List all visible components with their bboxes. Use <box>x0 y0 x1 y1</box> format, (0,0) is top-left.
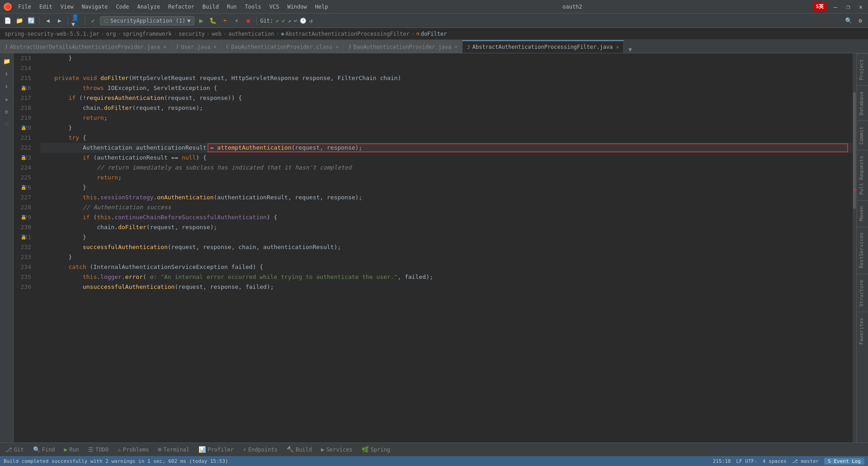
git-push-icon[interactable]: ↗ <box>288 18 291 24</box>
code-line-234: catch (InternalAuthenticationServiceExce… <box>40 262 853 272</box>
menu-analyze[interactable]: Analyze <box>133 2 164 11</box>
line-num-234: 234 <box>14 262 35 272</box>
minimap-indicator <box>854 189 856 191</box>
menu-vcs[interactable]: VCS <box>266 2 283 11</box>
sidebar-pull-requests-label[interactable]: Pull Requests <box>857 150 868 200</box>
lock-216-icon: 🔒 <box>21 83 26 93</box>
sidebar-database-label[interactable]: Database <box>857 85 868 121</box>
sidebar-favorites-icon[interactable]: ♡ <box>1 118 13 130</box>
tab-close-4[interactable]: ✕ <box>616 44 619 50</box>
tab-close-1[interactable]: ✕ <box>213 44 217 50</box>
search-everywhere-button[interactable]: 🔍 <box>844 16 854 26</box>
breadcrumb-springframework[interactable]: springframework <box>123 31 172 37</box>
tab-dao-java[interactable]: J DaoAuthenticationProvider.java ✕ <box>344 40 462 53</box>
undo-button[interactable]: ✔ <box>88 16 98 26</box>
forward-button[interactable]: ▶ <box>55 16 65 26</box>
bottom-run-button[interactable]: ▶ Run <box>62 445 81 454</box>
sidebar-bookmark-icon[interactable]: ★ <box>1 93 13 105</box>
breadcrumb-method[interactable]: doFilter <box>421 31 447 37</box>
maximize-button[interactable]: ❐ <box>844 3 852 10</box>
status-position[interactable]: 215:18 <box>713 458 731 464</box>
tab-abstract-user-details[interactable]: J AbstractUserDetailsAuthenticationProvi… <box>0 40 171 53</box>
coverage-button[interactable]: ☂ <box>220 16 230 26</box>
breadcrumb-authentication[interactable]: authentication <box>228 31 274 37</box>
bottom-find-button[interactable]: 🔍 Find <box>31 445 57 454</box>
window-controls[interactable]: S英 — ❐ ✕ <box>813 2 864 11</box>
run-configuration[interactable]: ⬡ SecurityApplication (1) ▼ <box>100 16 194 25</box>
git-tick-icon[interactable]: ✔ <box>282 18 285 24</box>
sync-button[interactable]: 🔄 <box>26 16 36 26</box>
bottom-spring-button[interactable]: 🌿 Spring <box>360 445 392 454</box>
line-num-226: 226🔒 <box>14 183 35 193</box>
git-history-icon[interactable]: 🕐 <box>300 18 307 24</box>
bottom-problems-button[interactable]: ⚠ Problems <box>116 445 151 454</box>
status-spaces[interactable]: 4 spaces <box>763 458 787 464</box>
menu-run[interactable]: Run <box>223 2 241 11</box>
close-button[interactable]: ✕ <box>857 3 864 10</box>
tab-close-0[interactable]: ✕ <box>163 44 166 50</box>
status-encoding[interactable]: LF UTF- <box>736 458 757 464</box>
new-file-button[interactable]: 📄 <box>3 16 13 26</box>
sidebar-pull-icon[interactable]: ⬇ <box>1 80 13 92</box>
sidebar-maven-label[interactable]: Maven <box>857 200 868 226</box>
menu-code[interactable]: Code <box>113 2 133 11</box>
debug-button[interactable]: 🐛 <box>208 16 218 26</box>
sidebar-project-icon[interactable]: 📁 <box>1 55 13 67</box>
menu-build[interactable]: Build <box>199 2 222 11</box>
breadcrumb-jar[interactable]: spring-security-web-5.5.1.jar <box>5 31 99 37</box>
bottom-profiler-button[interactable]: 📊 Profiler <box>197 445 236 454</box>
menu-navigate[interactable]: Navigate <box>78 2 112 11</box>
breadcrumb-security[interactable]: security <box>179 31 205 37</box>
menu-window[interactable]: Window <box>283 2 310 11</box>
git-revert-icon[interactable]: ↩ <box>294 18 297 24</box>
line-num-219: 219 <box>14 113 35 123</box>
sidebar-project-label[interactable]: Project <box>857 53 868 85</box>
menu-edit[interactable]: Edit <box>36 2 56 11</box>
menu-tools[interactable]: Tools <box>241 2 265 11</box>
scrollbar[interactable] <box>853 53 856 442</box>
menu-file[interactable]: File <box>14 2 35 11</box>
git-rollback-icon[interactable]: ↺ <box>309 18 312 24</box>
tab-close-3[interactable]: ✕ <box>454 44 458 50</box>
git-checkmark-icon[interactable]: ✔ <box>276 18 279 24</box>
bottom-endpoints-button[interactable]: ⚡ Endpoints <box>241 445 279 454</box>
bottom-todo-button[interactable]: ☰ TODO <box>86 445 110 454</box>
tab-dao-class[interactable]: C DaoAuthenticationProvider.class ✕ <box>222 40 344 53</box>
menu-refactor[interactable]: Refactor <box>165 2 198 11</box>
vcs-user-button[interactable]: 👤▼ <box>71 16 81 26</box>
menu-bar[interactable]: File Edit View Navigate Code Analyze Ref… <box>14 2 332 11</box>
tabs-more-button[interactable]: ▼ <box>626 46 635 53</box>
bottom-build-button[interactable]: 🔨 Build <box>285 445 314 454</box>
tab-user[interactable]: J User.java ✕ <box>171 40 222 53</box>
breadcrumb-web[interactable]: web <box>212 31 222 37</box>
tab-close-2[interactable]: ✕ <box>335 44 339 50</box>
run-button[interactable]: ▶ <box>196 16 206 26</box>
git-branch-status[interactable]: ⎇ master <box>792 458 819 464</box>
event-log-button[interactable]: S Event Log <box>824 458 864 465</box>
profile-button[interactable]: ⚡ <box>231 16 241 26</box>
breadcrumb-class[interactable]: AbstractAuthenticationProcessingFilter <box>285 31 410 37</box>
tab-abstract-processing[interactable]: J AbstractAuthenticationProcessingFilter… <box>462 40 624 53</box>
back-button[interactable]: ◀ <box>43 16 53 26</box>
code-line-218: chain.doFilter(request, response); <box>40 103 853 113</box>
minimize-button[interactable]: — <box>832 3 839 10</box>
bottom-services-button[interactable]: ▶ Services <box>319 445 354 454</box>
bottom-git-button[interactable]: ⎇ Git <box>4 445 26 454</box>
bottom-terminal-button[interactable]: ⊞ Terminal <box>156 445 192 454</box>
stop-button[interactable]: ■ <box>243 16 253 26</box>
sidebar-rest-services-label[interactable]: RestServices <box>857 226 868 273</box>
breadcrumb: spring-security-web-5.5.1.jar › org › sp… <box>0 28 868 40</box>
settings-button[interactable]: ⚙ <box>855 16 865 26</box>
sidebar-structure-icon[interactable]: ≡ <box>1 106 13 118</box>
code-editor[interactable]: } private void doFilter(HttpServletReque… <box>38 53 853 442</box>
lang-badge[interactable]: S英 <box>813 2 826 11</box>
menu-help[interactable]: Help <box>311 2 332 11</box>
sidebar-commit-label[interactable]: Commit <box>857 121 868 150</box>
open-button[interactable]: 📁 <box>14 16 24 26</box>
scroll-thumb[interactable] <box>853 92 856 209</box>
sidebar-favorites-label[interactable]: Favorites <box>857 312 868 350</box>
breadcrumb-org[interactable]: org <box>106 31 116 37</box>
menu-view[interactable]: View <box>57 2 77 11</box>
sidebar-commit-icon[interactable]: ⬆ <box>1 68 13 80</box>
sidebar-structure-label[interactable]: Structure <box>857 274 868 312</box>
